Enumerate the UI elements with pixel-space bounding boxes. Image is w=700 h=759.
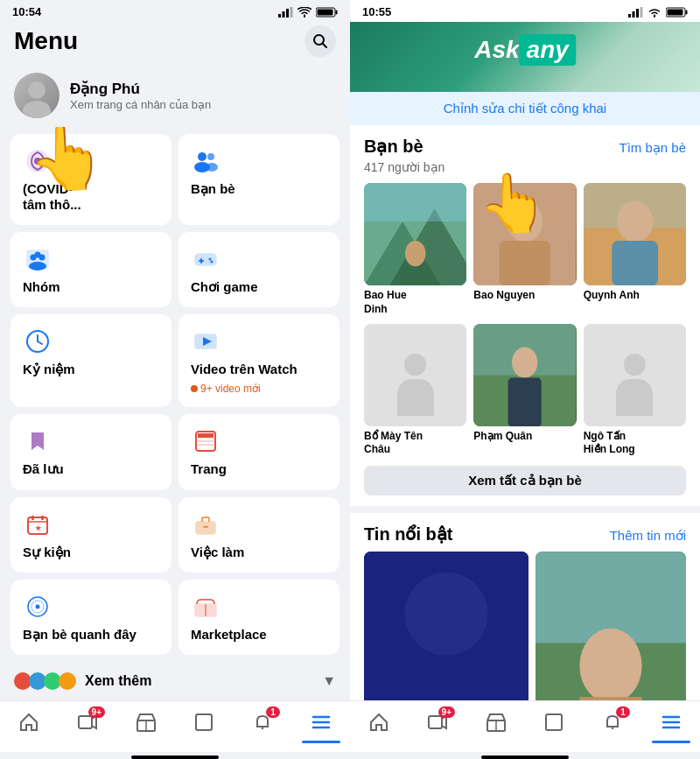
svg-point-9	[28, 81, 46, 99]
menu-item-marketplace[interactable]: Marketplace	[178, 580, 340, 655]
right-signal-icon	[628, 7, 643, 18]
menu-icon	[311, 712, 332, 733]
silhouette-body	[397, 379, 434, 416]
nav-store-right[interactable]	[477, 708, 515, 736]
active-bar	[302, 741, 340, 743]
svg-point-82	[405, 573, 488, 656]
svg-rect-33	[198, 433, 214, 438]
friend-name-bao-nguyen: Bao Nguyen	[473, 289, 576, 303]
ban-be-quanh-day-label: Bạn bè quanh đây	[23, 627, 159, 643]
viec-lam-label: Việc làm	[191, 545, 327, 560]
friend-card-quynh-anh[interactable]: Quynh Anh	[584, 183, 686, 317]
nav-home-left[interactable]	[10, 708, 48, 736]
svg-text:★: ★	[35, 524, 42, 532]
svg-rect-48	[79, 716, 92, 728]
menu-item-su-kien[interactable]: ★ Sự kiện	[10, 497, 172, 573]
svg-rect-60	[636, 9, 639, 18]
friend-photo-bo-may	[364, 324, 466, 426]
menu-item-ban-be[interactable]: Bạn bè	[178, 134, 340, 225]
friend-photo-pham-quan	[473, 324, 576, 426]
covid-label: (COVID-tâm thô...	[23, 181, 159, 213]
profile-row[interactable]: Đặng Phú Xem trang cá nhân của bạn	[0, 64, 350, 127]
nav-store-left[interactable]	[127, 708, 165, 736]
menu-header: Menu	[0, 22, 350, 64]
svg-point-71	[507, 201, 542, 242]
ban-be-label: Bạn bè	[191, 181, 327, 197]
menu-item-nhom[interactable]: Nhóm	[10, 232, 172, 307]
svg-rect-59	[633, 11, 635, 18]
menu-item-ban-be-quanh-day[interactable]: Bạn bè quanh đây	[10, 580, 172, 655]
askany-any: any	[520, 34, 576, 66]
menu-icon-right	[661, 712, 682, 733]
friends-section: Bạn bè Tìm bạn bè 417 người bạn	[350, 125, 700, 513]
ky-niem-icon	[23, 327, 52, 356]
highlights-header: Tin nổi bật Thêm tin mới	[364, 524, 686, 545]
search-icon	[312, 33, 328, 49]
friend-card-pham-quan[interactable]: Phạm Quân	[473, 324, 576, 458]
find-friends-link[interactable]: Tìm bạn bè	[619, 140, 686, 156]
friend-card-bo-may-ten-chau[interactable]: Bổ Mày TênChâu	[364, 324, 466, 458]
see-more-chevron: ▼	[322, 673, 336, 689]
profile-cover: Askany	[350, 22, 700, 92]
nav-home-right[interactable]	[360, 708, 398, 736]
nhom-icon	[23, 244, 52, 274]
svg-point-25	[209, 258, 212, 261]
friend-name-bo-may: Bổ Mày TênChâu	[364, 430, 466, 457]
nav-menu-left[interactable]	[302, 708, 340, 736]
friends-header: Bạn bè Tìm bạn bè	[364, 136, 686, 157]
friend-name-bao-hue-dinh: Bao HueDinh	[364, 289, 466, 316]
ban-be-quanh-day-icon	[23, 592, 52, 622]
edit-profile-button[interactable]: Chỉnh sửa chi tiết công khai	[350, 92, 700, 125]
svg-rect-39	[41, 516, 44, 520]
svg-point-69	[405, 241, 425, 266]
ky-niem-label: Kỷ niệm	[23, 362, 159, 377]
svg-rect-2	[286, 9, 289, 18]
menu-item-trang[interactable]: Trang	[178, 414, 340, 489]
edit-profile-label: Chỉnh sửa chi tiết công khai	[444, 101, 606, 116]
friend-photo-ngo-tan	[584, 324, 686, 426]
avatar-image	[14, 73, 60, 118]
highlights-title: Tin nổi bật	[364, 524, 452, 545]
profile-sub: Xem trang cá nhân của bạn	[70, 98, 211, 111]
friend-card-bao-nguyen[interactable]: Bao Nguyen 👆	[473, 183, 576, 317]
nav-video-right[interactable]: 9+	[418, 708, 457, 736]
nhom-label: Nhóm	[23, 279, 159, 295]
menu-item-covid[interactable]: (COVID-tâm thô... 👆	[10, 134, 172, 225]
menu-grid: (COVID-tâm thô... 👆 Bạn bè Nhóm Chơi gam…	[0, 127, 350, 662]
nav-bell-left[interactable]: 1	[243, 708, 282, 736]
nav-video-left[interactable]: 9+	[68, 708, 107, 736]
right-home-indicator	[481, 755, 569, 759]
menu-item-da-luu[interactable]: Đã lưu	[10, 414, 172, 489]
right-bottom-nav: 9+ 1	[350, 700, 700, 752]
left-time: 10:54	[12, 5, 41, 18]
friend-card-bao-hue-dinh[interactable]: Bao HueDinh	[364, 183, 466, 317]
friend-card-ngo-tan[interactable]: Ngô TấnHiền Long	[584, 324, 686, 458]
video-watch-label: Video trên Watch	[191, 362, 327, 377]
svg-marker-49	[92, 716, 96, 728]
nav-menu-right[interactable]	[652, 708, 690, 736]
nav-square-right[interactable]	[535, 708, 573, 736]
friends-count: 417 người bạn	[364, 160, 686, 174]
svg-point-79	[512, 347, 537, 377]
bell-badge-right: 1	[616, 706, 630, 718]
highlight-card-outdoor[interactable]	[536, 552, 686, 700]
menu-item-viec-lam[interactable]: Việc làm	[178, 497, 340, 573]
friend-photo-bao-nguyen	[473, 183, 576, 285]
see-all-friends-button[interactable]: Xem tất cả bạn bè	[364, 466, 686, 495]
menu-item-choi-game[interactable]: Chơi game	[178, 232, 340, 307]
svg-rect-22	[195, 254, 216, 265]
nav-bell-right[interactable]: 1	[593, 708, 632, 736]
home-icon	[18, 712, 39, 733]
highlight-photos: BÌNH KAOO 🔥🔥	[364, 552, 686, 700]
search-button[interactable]	[304, 25, 336, 57]
menu-item-video-watch[interactable]: Video trên Watch 9+ video mới	[178, 314, 340, 407]
video-badge-left: 9+	[88, 706, 105, 718]
nav-square-left[interactable]	[185, 708, 223, 736]
see-more-row[interactable]: Xem thêm ▼	[0, 662, 350, 700]
highlight-card-binh-kaoo[interactable]: BÌNH KAOO 🔥🔥	[364, 552, 528, 700]
friend-photo-quynh-anh	[584, 183, 686, 285]
wifi-icon	[298, 7, 312, 18]
menu-item-ky-niem[interactable]: Kỷ niệm	[10, 314, 172, 407]
svg-rect-38	[32, 516, 34, 520]
highlights-more-link[interactable]: Thêm tin mới	[610, 528, 686, 544]
